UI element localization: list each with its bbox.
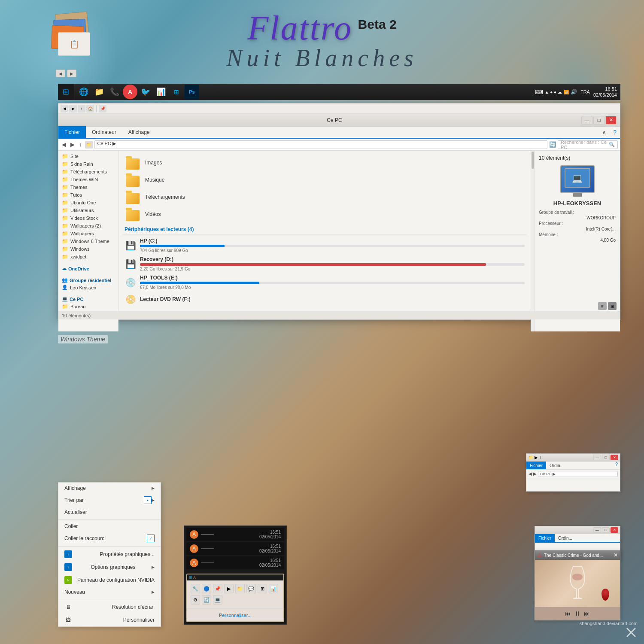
toolbar-mini-up[interactable]: ↑ <box>78 105 85 112</box>
sidebar-section-onedrive[interactable]: ☁OneDrive <box>58 264 118 272</box>
processor-detail: Processeur : <box>539 220 616 227</box>
mini-tab-fichier-2[interactable]: Fichier <box>535 534 555 542</box>
taskbar-icon-phone[interactable]: 📞 <box>107 85 122 99</box>
preview-notif-grid: 🔧 🔵 📌 ▶ 📁 💬 ⊞ 📊 ⚙ 🔄 💻 <box>187 580 283 608</box>
addr-up[interactable]: ↑ <box>78 141 83 148</box>
drive-item-f[interactable]: 📀 Lecteur DVD RW (F:) <box>122 292 527 307</box>
sidebar-item-themes[interactable]: 📁Themes <box>58 183 118 191</box>
sidebar-item-leo-kryssen[interactable]: 👤Leo Kryssen <box>58 284 118 291</box>
ctx-item-props-graphiques[interactable]: i Propriétés graphiques... <box>58 548 161 561</box>
sidebar-item-themes-win[interactable]: 📁Themes WIN <box>58 176 118 183</box>
mini-maximize-2[interactable]: □ <box>602 527 610 533</box>
ctx-item-nvidia[interactable]: N Panneau de configuration NVIDIA <box>58 574 161 586</box>
sidebar-item-tutos[interactable]: 📁Tutos <box>58 191 118 199</box>
taskbar-icon-globe[interactable]: 🌐 <box>76 85 91 99</box>
drive-name-f: Lecteur DVD RW (F:) <box>140 296 525 302</box>
taskbar-icon-folder[interactable]: 📁 <box>92 85 106 99</box>
sidebar-item-xwidget[interactable]: 📁xwidget <box>58 253 118 261</box>
notif-icon-1: 🔧 <box>191 584 200 593</box>
sidebar-item-videos-stock[interactable]: 📁Videos Stock <box>58 214 118 222</box>
toolbar-mini-forward[interactable]: ▶ <box>69 105 77 112</box>
sidebar-section-groupe[interactable]: 👥Groupe résidentiel <box>58 276 118 284</box>
address-path-input[interactable]: Ce PC ▶ <box>94 140 548 149</box>
view-grid-icon[interactable]: ⊞ <box>608 302 617 310</box>
processor-label: Processeur : <box>539 221 563 226</box>
workgroup-label: Groupe de travail : <box>539 210 574 215</box>
file-item-musique[interactable]: Musique <box>122 171 527 188</box>
sidebar-item-windows[interactable]: 📁Windows <box>58 245 118 253</box>
toolbar-mini-pin[interactable]: 📌 <box>99 105 106 112</box>
sidebar-item-telechargements[interactable]: 📁Téléchargements <box>58 168 118 176</box>
ribbon-tab-affichage[interactable]: Affichage <box>122 126 156 138</box>
ctx-item-coller-raccourci[interactable]: Coller le raccourci ✓ <box>58 532 161 545</box>
taskbar-icon-photoshop[interactable]: Ps <box>185 85 199 99</box>
ctx-item-actualiser[interactable]: Actualiser <box>58 507 161 518</box>
mini-addr-back-1[interactable]: ◀ <box>529 471 532 476</box>
addr-refresh[interactable]: 🔄 <box>549 141 556 148</box>
drive-item-e[interactable]: 💿 HP_TOOLS (E:) 67,0 Mo libres sur 98,0 … <box>122 273 527 292</box>
ribbon-collapse[interactable]: ∧ <box>598 129 610 136</box>
taskbar-system-tray: ▲ ● ● ☁ <box>545 90 562 94</box>
ctx-item-options-graphiques[interactable]: i Options graphiques <box>58 561 161 574</box>
start-button[interactable]: ⊞ <box>58 84 74 100</box>
file-item-images[interactable]: Images <box>122 154 527 171</box>
mini-minimize-1[interactable]: — <box>593 455 601 460</box>
view-list-icon[interactable]: ≡ <box>598 302 607 310</box>
ctx-item-coller[interactable]: Coller <box>58 521 161 532</box>
mini-close-2[interactable]: ✕ <box>611 527 618 533</box>
file-item-videos[interactable]: Vidéos <box>122 206 527 223</box>
sidebar-item-utilisateurs[interactable]: 📁Utilisateurs <box>58 207 118 214</box>
sidebar-item-skins-rain[interactable]: 📁Skins Rain <box>58 160 118 168</box>
mini-tab-ordin-2[interactable]: Ordin... <box>555 534 576 542</box>
mini-help-1[interactable]: ? <box>613 462 620 469</box>
addr-back[interactable]: ◀ <box>61 141 67 148</box>
ribbon-tab-ordinateur[interactable]: Ordinateur <box>86 126 122 138</box>
drive-item-c[interactable]: 💾 HP (C:) 704 Go libres sur 909 Go <box>122 236 527 255</box>
file-item-telechargements[interactable]: Téléchargements <box>122 188 527 206</box>
drive-item-d[interactable]: 💾 Recovery (D:) 2,20 Go libres sur 21,9 … <box>122 255 527 273</box>
ribbon-tab-fichier[interactable]: Fichier <box>58 126 86 138</box>
preview-personalize[interactable]: Personnaliser... <box>187 608 283 621</box>
sidebar-item-bureau[interactable]: 📁Bureau <box>58 303 118 310</box>
search-input[interactable]: Rechercher dans : Ce PC 🔍 <box>558 140 618 149</box>
media-close-btn[interactable]: ✕ <box>614 552 618 558</box>
drive-bar-e <box>140 282 259 284</box>
taskbar-icon-twitter[interactable]: 🐦 <box>138 85 153 99</box>
ctx-item-trier-par[interactable]: Trier par • <box>58 494 161 507</box>
mini-minimize-2[interactable]: — <box>593 527 601 533</box>
taskbar-icon-excel[interactable]: 📊 <box>154 85 168 99</box>
taskbar-icon-avast[interactable]: A <box>123 85 137 99</box>
mini-path-1[interactable]: Ce PC ▶ <box>538 471 618 477</box>
main-taskbar: ⊞ 🌐 📁 📞 A 🐦 📊 ⊞ Ps ⌨ ▲ ● ● ☁ 📶 🔊 FRA 16:… <box>58 84 620 100</box>
mini-tab-ordin-1[interactable]: Ordin... <box>546 462 567 469</box>
toolbar-mini-back[interactable]: ◀ <box>61 105 68 112</box>
media-next-btn[interactable]: ⏭ <box>584 610 590 617</box>
taskbar-preview-panel: A 16:51 02/05/2014 A 16:51 02/05/2014 A … <box>184 526 287 625</box>
ctx-item-affichage[interactable]: Affichage <box>58 483 161 494</box>
notif-icon-3: 📌 <box>213 584 222 593</box>
taskbar-icon-metro[interactable]: ⊞ <box>169 85 184 99</box>
ctx-item-personnaliser[interactable]: 🖼 Personnaliser <box>58 614 161 626</box>
sidebar-section-ce-pc[interactable]: 💻Ce PC <box>58 295 118 303</box>
drive-icon-f: 📀 <box>125 293 137 305</box>
scrollbar[interactable] <box>531 151 534 331</box>
minimize-button[interactable]: — <box>581 116 592 125</box>
addr-forward[interactable]: ▶ <box>69 141 76 148</box>
maximize-button[interactable]: □ <box>593 116 605 125</box>
sidebar-item-site[interactable]: 📁Site <box>58 152 118 160</box>
media-pause-btn[interactable]: ⏸ <box>574 610 580 617</box>
ctx-item-nouveau[interactable]: Nouveau <box>58 586 161 598</box>
help-button[interactable]: ? <box>610 129 620 136</box>
mini-addr-forward-1[interactable]: ▶ <box>533 471 537 476</box>
ctx-item-resolution[interactable]: 🖥 Résolution d'écran <box>58 601 161 614</box>
media-prev-btn[interactable]: ⏮ <box>565 610 571 617</box>
mini-tab-fichier-1[interactable]: Fichier <box>526 462 546 469</box>
mini-maximize-1[interactable]: □ <box>602 455 610 460</box>
sidebar-item-wallpapers-2[interactable]: 📁Wallpapers (2) <box>58 222 118 230</box>
close-button[interactable]: ✕ <box>605 116 617 125</box>
sidebar-item-ubuntu-one[interactable]: 📁Ubuntu One <box>58 199 118 207</box>
sidebar-item-windows-8-theme[interactable]: 📁Windows 8 Theme <box>58 237 118 245</box>
toolbar-mini-home[interactable]: 🏠 <box>86 105 94 112</box>
mini-close-1[interactable]: ✕ <box>611 455 618 460</box>
sidebar-item-wallpapers[interactable]: 📁Wallpapers <box>58 230 118 237</box>
